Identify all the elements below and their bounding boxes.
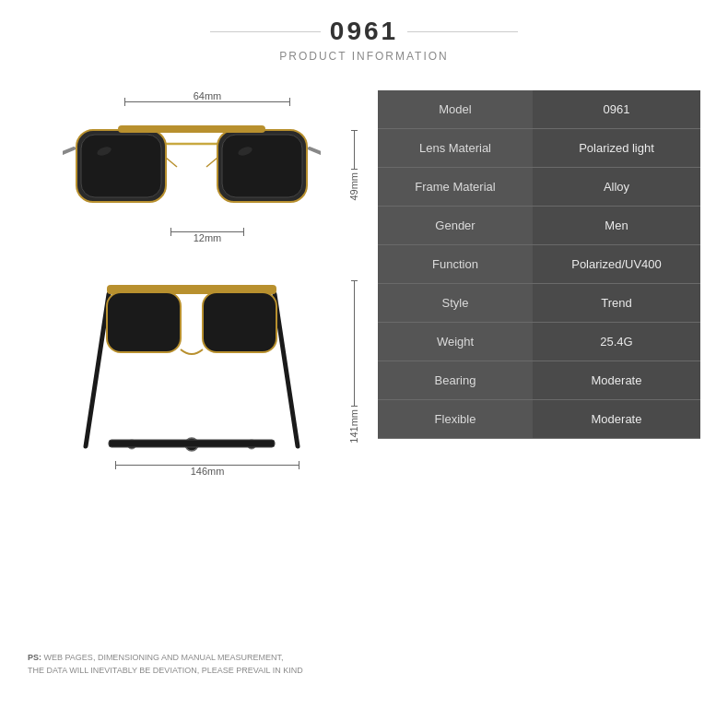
svg-line-12 [86, 294, 109, 446]
footer-line2: THE DATA WILL INEVITABLY BE DEVIATION, P… [28, 666, 303, 675]
spec-value: Moderate [533, 400, 700, 439]
sunglasses-front-svg [63, 107, 321, 227]
spec-value: 25.4G [533, 323, 700, 361]
dim-width-bottom: 146mm [191, 466, 225, 477]
product-page: 0961 PRODUCT INFORMATION 64mm [0, 0, 728, 721]
svg-rect-16 [203, 292, 276, 352]
spec-row: Lens MaterialPolarized light [378, 129, 700, 168]
spec-value: Polarized/UV400 [533, 245, 700, 284]
header-line-left [210, 31, 321, 32]
footer-note: PS: WEB PAGES, DIMENSIONING AND MANUAL M… [0, 644, 728, 685]
spec-row: GenderMen [378, 207, 700, 245]
header-line-right [407, 31, 518, 32]
specs-panel: Model0961Lens MaterialPolarized lightFra… [378, 90, 700, 625]
dim-bridge: 12mm [194, 232, 222, 243]
spec-label: Gender [378, 207, 533, 245]
spec-value: Men [533, 207, 700, 245]
svg-line-13 [275, 294, 298, 446]
spec-value: Alloy [533, 168, 700, 207]
spec-row: StyleTrend [378, 284, 700, 323]
svg-line-8 [166, 158, 177, 167]
spec-row: BearingModerate [378, 361, 700, 400]
svg-rect-6 [222, 135, 302, 197]
footer-line1: WEB PAGES, DIMENSIONING AND MANUAL MEASU… [44, 653, 284, 662]
spec-row: FunctionPolarized/UV400 [378, 245, 700, 284]
spec-row: FlexibleModerate [378, 400, 700, 439]
svg-rect-20 [109, 440, 275, 447]
svg-rect-15 [107, 292, 181, 352]
spec-value: Trend [533, 284, 700, 323]
spec-label: Function [378, 245, 533, 284]
spec-row: Model0961 [378, 90, 700, 129]
svg-rect-7 [118, 125, 265, 133]
spec-value: Moderate [533, 361, 700, 400]
diagram-panel: 64mm [28, 90, 359, 625]
spec-label: Flexible [378, 400, 533, 439]
dim-arm-length: 141mm [348, 409, 359, 443]
spec-label: Lens Material [378, 129, 533, 168]
header: 0961 PRODUCT INFORMATION [0, 0, 728, 72]
page-subtitle: PRODUCT INFORMATION [0, 50, 728, 63]
sunglasses-side-svg [81, 266, 302, 460]
svg-line-1 [310, 148, 321, 153]
spec-label: Weight [378, 323, 533, 361]
spec-label: Model [378, 90, 533, 129]
svg-rect-4 [81, 135, 161, 197]
dim-height: 49mm [348, 172, 359, 201]
spec-value: Polarized light [533, 129, 700, 168]
main-content: 64mm [0, 72, 728, 644]
ps-label: PS: [28, 653, 41, 662]
spec-value: 0961 [533, 90, 700, 129]
svg-line-9 [206, 158, 217, 167]
spec-label: Frame Material [378, 168, 533, 207]
spec-label: Style [378, 284, 533, 323]
specs-table: Model0961Lens MaterialPolarized lightFra… [378, 90, 700, 439]
model-number: 0961 [330, 17, 398, 46]
spec-row: Weight25.4G [378, 323, 700, 361]
svg-line-0 [63, 148, 74, 153]
dim-width-top: 64mm [194, 90, 222, 101]
spec-row: Frame MaterialAlloy [378, 168, 700, 207]
spec-label: Bearing [378, 361, 533, 400]
